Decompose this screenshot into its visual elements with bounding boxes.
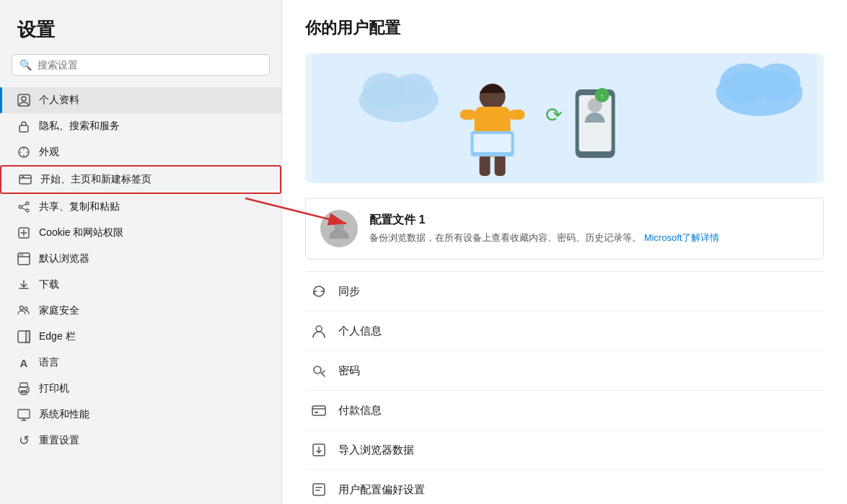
- menu-item-personal[interactable]: 个人信息: [305, 311, 824, 351]
- system-icon: [17, 408, 30, 421]
- svg-point-46: [314, 366, 321, 373]
- search-icon: 🔍: [19, 59, 32, 71]
- svg-rect-47: [312, 406, 325, 415]
- svg-point-13: [20, 306, 24, 310]
- menu-item-preferences[interactable]: 用户配置偏好设置: [305, 470, 824, 504]
- svg-rect-33: [480, 154, 491, 176]
- profile-link[interactable]: Microsoft了解详情: [644, 232, 720, 243]
- menu-item-label-password: 密码: [338, 364, 360, 378]
- sidebar-item-label-language: 语言: [39, 356, 59, 369]
- sidebar-item-label-privacy: 隐私、搜索和服务: [39, 120, 120, 133]
- sidebar-item-label-reset: 重置设置: [39, 434, 79, 447]
- svg-point-6: [26, 202, 29, 205]
- sidebar-item-label-profile: 个人资料: [39, 94, 79, 107]
- profile-card: 配置文件 1 备份浏览数据，在所有设备上查看收藏内容、密码、历史记录等。 Mic…: [305, 198, 824, 260]
- printer-icon: [17, 382, 30, 395]
- reset-icon: ↺: [17, 434, 30, 447]
- svg-rect-5: [22, 177, 25, 178]
- menu-item-label-personal: 个人信息: [338, 324, 382, 338]
- svg-point-8: [26, 209, 29, 212]
- sidebar-item-label-printer: 打印机: [39, 382, 69, 395]
- sidebar-item-reset[interactable]: ↺ 重置设置: [0, 428, 281, 454]
- svg-point-7: [19, 205, 22, 208]
- menu-item-sync[interactable]: 同步: [305, 272, 824, 311]
- page-title: 你的用户配置: [305, 17, 824, 39]
- family-icon: [17, 304, 30, 317]
- sidebar-item-label-system: 系统和性能: [39, 408, 89, 421]
- sidebar-item-download[interactable]: 下载: [0, 272, 281, 298]
- profile-icon: [17, 94, 30, 107]
- sidebar-item-newtab[interactable]: 开始、主页和新建标签页: [0, 165, 281, 194]
- download-icon: [17, 278, 30, 291]
- newtab-icon: [19, 173, 32, 186]
- svg-point-28: [755, 63, 801, 101]
- sync-icon: [311, 283, 327, 299]
- sidebar-item-profile[interactable]: 个人资料: [0, 87, 281, 113]
- prefs-icon: [311, 482, 327, 498]
- menu-item-label-payment: 付款信息: [338, 404, 382, 417]
- svg-rect-34: [495, 154, 506, 176]
- sidebar-item-label-newtab: 开始、主页和新建标签页: [40, 173, 152, 186]
- sidebar-title: 设置: [0, 17, 281, 54]
- menu-item-import[interactable]: 导入浏览器数据: [305, 430, 824, 470]
- svg-rect-4: [19, 175, 31, 184]
- svg-point-25: [393, 74, 434, 105]
- svg-point-11: [19, 255, 21, 256]
- svg-rect-48: [315, 412, 318, 413]
- search-input[interactable]: [38, 59, 262, 71]
- menu-item-label-sync: 同步: [338, 285, 360, 299]
- language-icon: A: [17, 356, 30, 369]
- svg-point-14: [25, 307, 27, 310]
- sidebar-item-label-appearance: 外观: [39, 146, 59, 159]
- edgebar-icon: [17, 330, 30, 343]
- sidebar-item-cookies[interactable]: Cookie 和网站权限: [0, 220, 281, 246]
- svg-rect-36: [474, 134, 512, 152]
- svg-point-1: [22, 97, 26, 101]
- sidebar-item-appearance[interactable]: 外观: [0, 139, 281, 165]
- card-icon: [311, 402, 327, 418]
- svg-rect-2: [19, 125, 28, 132]
- sidebar-item-language[interactable]: A 语言: [0, 350, 281, 376]
- svg-rect-17: [20, 383, 27, 387]
- menu-item-label-preferences: 用户配置偏好设置: [338, 483, 425, 497]
- profile-name: 配置文件 1: [369, 213, 719, 228]
- svg-rect-32: [509, 110, 525, 120]
- sidebar-item-edgebar[interactable]: Edge 栏: [0, 324, 281, 350]
- menu-item-payment[interactable]: 付款信息: [305, 391, 824, 430]
- sidebar-item-printer[interactable]: 打印机: [0, 376, 281, 402]
- sidebar-item-label-edgebar: Edge 栏: [39, 330, 76, 343]
- sidebar-item-share[interactable]: 共享、复制和粘贴: [0, 194, 281, 220]
- sidebar-item-label-download: 下载: [39, 278, 59, 291]
- appearance-icon: [17, 146, 30, 159]
- sidebar-item-browser[interactable]: 默认浏览器: [0, 246, 281, 272]
- key-icon: [311, 363, 327, 379]
- person-icon: [311, 323, 327, 339]
- svg-text:↑: ↑: [600, 92, 605, 100]
- sidebar-item-label-share: 共享、复制和粘贴: [39, 200, 120, 213]
- sidebar-item-privacy[interactable]: 隐私、搜索和服务: [0, 113, 281, 139]
- profile-description: 备份浏览数据，在所有设备上查看收藏内容、密码、历史记录等。 Microsoft了…: [369, 231, 719, 245]
- svg-point-12: [22, 255, 23, 256]
- svg-text:⟳: ⟳: [545, 104, 562, 126]
- main-content: 你的用户配置: [281, 0, 847, 504]
- svg-rect-21: [18, 410, 30, 418]
- sidebar-item-label-browser: 默认浏览器: [39, 252, 89, 265]
- svg-rect-31: [460, 110, 476, 120]
- menu-item-label-import: 导入浏览器数据: [338, 443, 414, 457]
- sidebar-item-family[interactable]: 家庭安全: [0, 298, 281, 324]
- sidebar-item-system[interactable]: 系统和性能: [0, 402, 281, 428]
- menu-item-password[interactable]: 密码: [305, 351, 824, 391]
- sidebar-nav: 个人资料 隐私、搜索和服务 外观 开始、主页和新建标签页 共享、复制和粘贴: [0, 87, 281, 454]
- sidebar-item-label-cookies: Cookie 和网站权限: [39, 226, 123, 239]
- sidebar: 设置 🔍 个人资料 隐私、搜索和服务 外观: [0, 0, 281, 504]
- lock-icon: [17, 120, 30, 133]
- avatar: [320, 210, 358, 247]
- import-icon: [311, 442, 327, 458]
- svg-rect-16: [26, 331, 30, 342]
- cookies-icon: [17, 226, 30, 239]
- search-box[interactable]: 🔍: [12, 54, 270, 76]
- browser-icon: [17, 252, 30, 265]
- svg-point-20: [27, 389, 28, 390]
- profile-info: 配置文件 1 备份浏览数据，在所有设备上查看收藏内容、密码、历史记录等。 Mic…: [369, 213, 719, 245]
- sidebar-item-label-family: 家庭安全: [39, 304, 79, 317]
